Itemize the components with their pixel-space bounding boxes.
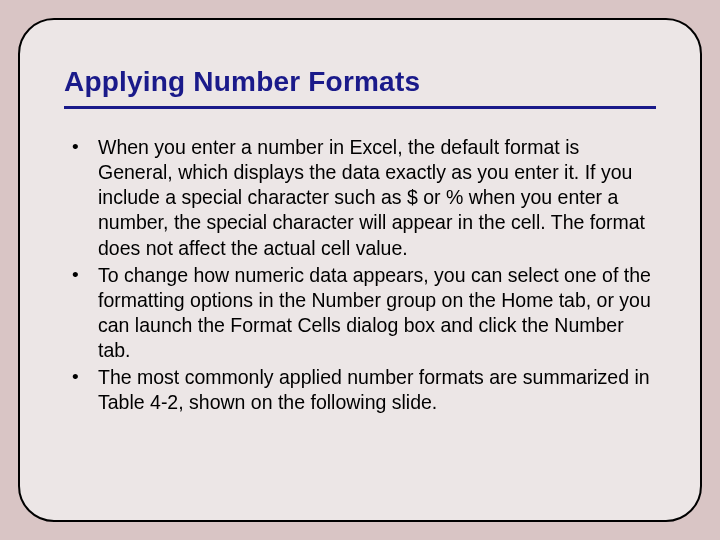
list-item: The most commonly applied number formats… bbox=[64, 365, 656, 415]
slide-card: Applying Number Formats When you enter a… bbox=[18, 18, 702, 522]
slide-title: Applying Number Formats bbox=[64, 66, 656, 109]
bullet-list: When you enter a number in Excel, the de… bbox=[64, 135, 656, 416]
list-item: When you enter a number in Excel, the de… bbox=[64, 135, 656, 261]
list-item: To change how numeric data appears, you … bbox=[64, 263, 656, 364]
